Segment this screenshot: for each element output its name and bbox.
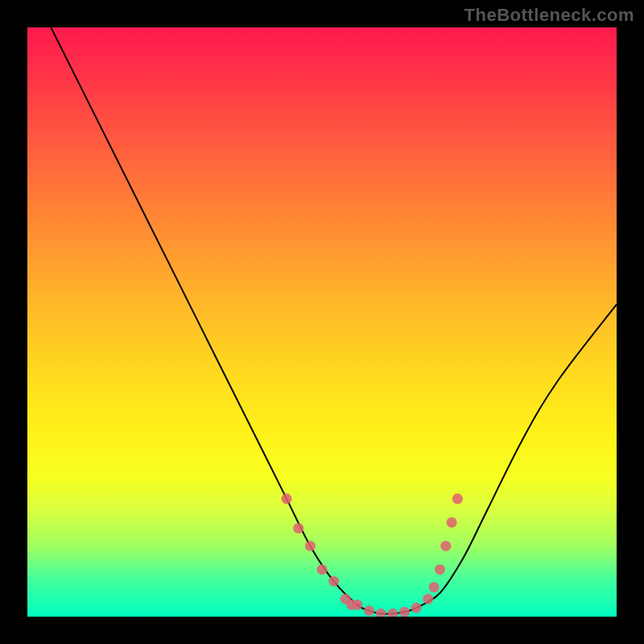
marker-point: [387, 609, 398, 617]
marker-point: [376, 609, 386, 617]
marker-point: [282, 493, 292, 504]
marker-point: [411, 603, 422, 613]
marker-point: [429, 582, 440, 592]
marker-point: [440, 541, 451, 551]
marker-point: [364, 605, 374, 616]
marker-point: [352, 600, 362, 610]
watermark-text: TheBottleneck.com: [464, 5, 634, 26]
marker-point: [447, 517, 457, 527]
marker-point: [399, 607, 410, 617]
marker-point: [317, 564, 328, 575]
chart-svg: [27, 27, 617, 617]
marker-points: [282, 493, 463, 617]
marker-point: [423, 594, 433, 605]
bottleneck-curve-line: [51, 27, 617, 614]
marker-point: [305, 541, 316, 551]
marker-point: [328, 576, 339, 587]
marker-point: [452, 493, 463, 504]
marker-point: [293, 523, 303, 534]
marker-point: [435, 564, 445, 575]
